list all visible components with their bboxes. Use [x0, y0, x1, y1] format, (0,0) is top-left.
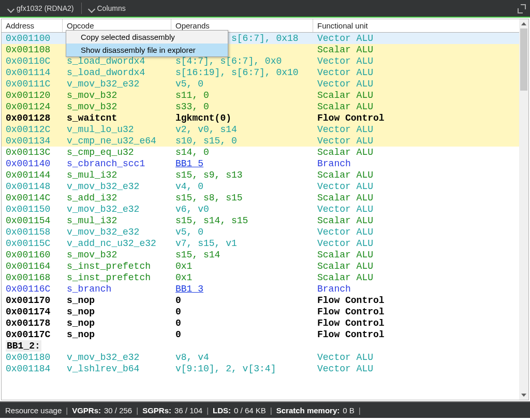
table-row[interactable]: 0x00116Cs_branchBB1_3Branch	[2, 283, 528, 295]
cell-functional-unit: Flow Control	[313, 112, 528, 124]
vgprs-value: 30 / 256	[104, 406, 132, 415]
cell-functional-unit: Flow Control	[313, 306, 528, 317]
cell-functional-unit: Vector ALU	[313, 181, 528, 192]
separator: |	[135, 406, 139, 415]
cell-opcode: s_load_dwordx4	[63, 55, 171, 67]
resource-usage-label: Resource usage	[5, 406, 62, 415]
cell-operands: lgkmcnt(0)	[171, 112, 313, 124]
cell-opcode: s_mov_b32	[63, 101, 171, 112]
cell-address: 0x001120	[2, 90, 63, 101]
separator: |	[358, 406, 362, 415]
cell-functional-unit: Scalar ALU	[313, 260, 528, 272]
target-label: gfx1032 (RDNA2)	[17, 4, 74, 12]
table-row[interactable]: 0x001128s_waitcntlgkmcnt(0)Flow Control	[2, 112, 528, 124]
menu-show-in-explorer[interactable]: Show disassembly file in explorer	[66, 44, 228, 56]
menu-copy-disassembly[interactable]: Copy selected disassembly	[66, 31, 228, 44]
table-row[interactable]: 0x001124s_mov_b32s33, 0Scalar ALU	[2, 101, 528, 112]
table-row[interactable]: 0x001120s_mov_b32s11, 0Scalar ALU	[2, 90, 528, 101]
cell-functional-unit: Scalar ALU	[313, 147, 528, 158]
disassembly-grid: Address Opcode Operands Functional unit …	[1, 19, 529, 400]
cell-address: 0x001184	[2, 363, 63, 374]
target-dropdown[interactable]: gfx1032 (RDNA2)	[4, 2, 78, 15]
cell-operands: 0	[171, 329, 313, 340]
cell-functional-unit: Scalar ALU	[313, 192, 528, 204]
cell-address: 0x00111C	[2, 78, 63, 90]
table-row[interactable]: BB1_2:	[2, 340, 528, 352]
table-row[interactable]: 0x001164s_inst_prefetch0x1Scalar ALU	[2, 260, 528, 272]
header-address[interactable]: Address	[2, 19, 63, 32]
cell-opcode: v_mov_b32_e32	[63, 181, 171, 192]
table-row[interactable]: 0x00113Cs_cmp_eq_u32s14, 0Scalar ALU	[2, 147, 528, 158]
cell-opcode: v_mov_b32_e32	[63, 78, 171, 90]
table-row[interactable]: 0x001158v_mov_b32_e32v5, 0Vector ALU	[2, 226, 528, 238]
table-row[interactable]: 0x001154s_mul_i32s15, s14, s15Scalar ALU	[2, 215, 528, 226]
cell-functional-unit: Flow Control	[313, 329, 528, 340]
table-row[interactable]: 0x00114Cs_add_i32s15, s8, s15Scalar ALU	[2, 192, 528, 204]
cell-functional-unit: Scalar ALU	[313, 90, 528, 101]
toolbar: gfx1032 (RDNA2) Columns	[0, 0, 530, 18]
status-bar: Resource usage | VGPRs: 30 / 256 | SGPRs…	[0, 401, 530, 418]
table-row[interactable]: 0x001134v_cmp_ne_u32_e64s10, s15, 0Vecto…	[2, 135, 528, 147]
separator: |	[65, 406, 69, 415]
chevron-up-icon	[521, 22, 526, 25]
cell-operands: v2, v0, s14	[171, 124, 313, 135]
cell-address: 0x001168	[2, 272, 63, 283]
table-row[interactable]: 0x00112Cv_mul_lo_u32v2, v0, s14Vector AL…	[2, 124, 528, 135]
table-row[interactable]: 0x001114s_load_dwordx4s[16:19], s[6:7], …	[2, 67, 528, 78]
cell-operands: s[16:19], s[6:7], 0x10	[171, 67, 313, 78]
chevron-down-icon	[521, 394, 526, 397]
table-row[interactable]: 0x001144s_mul_i32s15, s9, s13Scalar ALU	[2, 169, 528, 181]
table-row[interactable]: 0x00110Cs_load_dwordx4s[4:7], s[6:7], 0x…	[2, 55, 528, 67]
cell-operands: s33, 0	[171, 101, 313, 112]
cell-functional-unit: Scalar ALU	[313, 249, 528, 260]
cell-operands: s15, s9, s13	[171, 169, 313, 181]
cell-opcode: v_mov_b32_e32	[63, 352, 171, 363]
cell-operands: s[4:7], s[6:7], 0x0	[171, 55, 313, 67]
cell-operands: 0	[171, 317, 313, 329]
table-row[interactable]: 0x001150v_mov_b32_e32v6, v0Vector ALU	[2, 204, 528, 215]
table-row[interactable]: 0x001140s_cbranch_scc1BB1_5Branch	[2, 158, 528, 169]
table-row[interactable]: 0x001174s_nop0Flow Control	[2, 306, 528, 317]
expand-icon[interactable]	[518, 4, 526, 12]
scroll-thumb[interactable]	[520, 28, 527, 91]
cell-address: 0x001154	[2, 215, 63, 226]
table-row[interactable]: 0x001160s_mov_b32s15, s14Scalar ALU	[2, 249, 528, 260]
scroll-up-button[interactable]	[519, 19, 528, 28]
cell-operands[interactable]: BB1_3	[171, 283, 313, 295]
cell-opcode: v_mul_lo_u32	[63, 124, 171, 135]
cell-address: 0x00114C	[2, 192, 63, 204]
scroll-down-button[interactable]	[519, 390, 528, 400]
table-row[interactable]: 0x001178s_nop0Flow Control	[2, 317, 528, 329]
cell-address: 0x001100	[2, 33, 63, 44]
cell-functional-unit: Flow Control	[313, 317, 528, 329]
cell-address: 0x001108	[2, 44, 63, 55]
table-row[interactable]: 0x00117Cs_nop0Flow Control	[2, 329, 528, 340]
table-row[interactable]: 0x00111Cv_mov_b32_e32v5, 0Vector ALU	[2, 78, 528, 90]
cell-address: BB1_2:	[2, 340, 63, 352]
columns-dropdown[interactable]: Columns	[85, 2, 130, 15]
cell-functional-unit: Vector ALU	[313, 226, 528, 238]
cell-functional-unit: Vector ALU	[313, 135, 528, 147]
vertical-scrollbar[interactable]	[519, 19, 528, 400]
cell-operands: v5, 0	[171, 226, 313, 238]
cell-operands: 0x1	[171, 272, 313, 283]
cell-address: 0x001160	[2, 249, 63, 260]
chevron-down-icon	[8, 6, 13, 11]
cell-address: 0x001128	[2, 112, 63, 124]
cell-opcode: v_add_nc_u32_e32	[63, 238, 171, 249]
scratch-value: 0 B	[343, 406, 355, 415]
header-functional-unit[interactable]: Functional unit	[313, 19, 528, 32]
table-row[interactable]: 0x001168s_inst_prefetch0x1Scalar ALU	[2, 272, 528, 283]
table-row[interactable]: 0x00115Cv_add_nc_u32_e32v7, s15, v1Vecto…	[2, 238, 528, 249]
table-row[interactable]: 0x001184v_lshlrev_b64v[9:10], 2, v[3:4]V…	[2, 363, 528, 374]
cell-opcode: s_cbranch_scc1	[63, 158, 171, 169]
table-row[interactable]: 0x001170s_nop0Flow Control	[2, 295, 528, 306]
table-row[interactable]: 0x001180v_mov_b32_e32v8, v4Vector ALU	[2, 352, 528, 363]
cell-functional-unit: Scalar ALU	[313, 215, 528, 226]
cell-functional-unit: Vector ALU	[313, 238, 528, 249]
cell-operands: s11, 0	[171, 90, 313, 101]
cell-address: 0x001178	[2, 317, 63, 329]
cell-functional-unit: Vector ALU	[313, 124, 528, 135]
cell-operands[interactable]: BB1_5	[171, 158, 313, 169]
table-row[interactable]: 0x001148v_mov_b32_e32v4, 0Vector ALU	[2, 181, 528, 192]
